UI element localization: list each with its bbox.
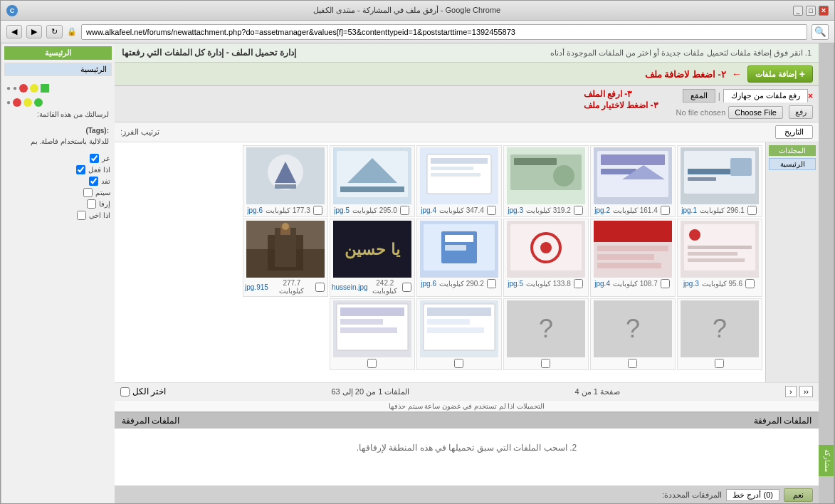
top-banner: 1. انقر فوق إضافة ملفات لتحميل ملفات جدي… [115, 43, 819, 63]
first-page-button[interactable]: ‹‹ [799, 386, 813, 397]
file-info: 95.6 كيلوبايت 3.jpg [679, 279, 760, 288]
option-checkbox-6[interactable] [77, 211, 86, 220]
filter-history-tab[interactable]: التاريخ [775, 125, 813, 139]
svg-rect-38 [597, 263, 661, 268]
file-cell: 295.0 كيلوبايت 5.jpg [330, 145, 415, 217]
file-select-checkbox[interactable] [628, 359, 637, 368]
sidebar-folder-header: الرئيسية [4, 46, 112, 60]
file-select-checkbox[interactable] [454, 359, 463, 368]
file-name-link[interactable]: 6.jpg [247, 206, 263, 214]
svg-text:يا حسين: يا حسين [345, 241, 400, 259]
file-name-link[interactable]: 5.jpg [334, 206, 350, 214]
close-upload-button[interactable]: × [808, 91, 813, 101]
file-select-checkbox[interactable] [541, 359, 550, 368]
yellow-icon-2 [23, 98, 32, 107]
svg-point-13 [553, 165, 574, 187]
svg-rect-59 [427, 319, 470, 325]
address-bar[interactable] [81, 24, 807, 40]
add-files-button[interactable]: + إضافة ملفات [747, 65, 813, 83]
file-select-checkbox[interactable] [487, 206, 496, 215]
file-name-link[interactable]: hussein.jpg [332, 283, 368, 291]
file-name-link[interactable]: 4.jpg [594, 280, 610, 288]
search-button[interactable]: 🔍 [812, 24, 829, 40]
file-select-checkbox[interactable] [661, 279, 670, 288]
file-select-checkbox[interactable] [402, 283, 411, 292]
choose-file-button[interactable]: Choose File [728, 106, 783, 119]
sidebar-folder-item[interactable]: الرئيسية [4, 63, 112, 76]
minimize-button[interactable]: _ [793, 6, 803, 16]
file-cell: 290.2 كيلوبايت 6.jpg [416, 219, 502, 297]
file-select-checkbox[interactable] [313, 206, 322, 215]
file-select-checkbox[interactable] [487, 279, 496, 288]
maximize-button[interactable]: □ [806, 6, 816, 16]
option-checkbox-2[interactable] [76, 165, 85, 174]
file-select-checkbox[interactable] [747, 206, 757, 215]
file-select-checkbox[interactable] [315, 283, 325, 292]
file-select-checkbox[interactable] [574, 279, 583, 288]
file-thumbnail: ? [681, 300, 759, 357]
svg-rect-63 [340, 308, 404, 316]
svg-rect-32 [688, 252, 737, 256]
file-info: 290.2 كيلوبايت 6.jpg [419, 279, 500, 288]
file-name-link[interactable]: 3.jpg [508, 206, 523, 214]
select-all-checkbox[interactable] [120, 387, 130, 397]
file-thumbnail: ? [594, 300, 672, 357]
upload-button[interactable]: رفع [789, 105, 813, 119]
back-button[interactable]: ◀ [6, 25, 22, 38]
attached-header-left: الملفات المرفقة [754, 416, 812, 426]
file-name-link[interactable]: 915.jpg [245, 283, 268, 291]
option-checkbox-3[interactable] [89, 177, 98, 186]
sidebar-section: ● ● ● لرسالتك من هذه القائمة: [4, 82, 112, 120]
file-info: 295.0 كيلوبايت 5.jpg [332, 206, 413, 215]
file-select-checkbox[interactable] [715, 359, 724, 368]
main-container: مشاركة 1. انقر فوق إضافة ملفات لتحميل مل… [1, 43, 834, 504]
upload-from-device-tab[interactable]: رفع ملفات من جهازك [723, 89, 808, 103]
ok-button[interactable]: نعم [784, 488, 813, 502]
left-sidebar: مشاركة [819, 43, 834, 504]
file-select-checkbox[interactable] [367, 359, 377, 368]
file-cell: 347.4 كيلوبايت 4.jpg [416, 145, 502, 217]
upload-section: × رفع ملفات من جهازك | المقع No file cho… [115, 86, 819, 122]
svg-rect-47 [445, 245, 466, 251]
file-name-link[interactable]: 2.jpg [594, 206, 610, 214]
file-cell: 161.4 كيلوبايت 2.jpg [590, 145, 676, 217]
url-tab[interactable]: المقع [683, 89, 715, 103]
file-thumbnail [420, 221, 498, 278]
file-name-link[interactable]: 6.jpg [421, 280, 436, 288]
files-row-3: ? ? [117, 298, 762, 370]
plus-icon: + [799, 68, 805, 80]
file-name-link[interactable]: 4.jpg [421, 206, 436, 214]
option-checkbox-5[interactable] [87, 199, 96, 209]
file-select-checkbox[interactable] [400, 206, 409, 215]
file-info: 277.7 كيلوبايت 915.jpg [245, 279, 326, 295]
file-info: 296.1 كيلوبايت 1.jpg [679, 206, 760, 215]
file-thumbnail [681, 147, 759, 204]
file-thumbnail [507, 147, 585, 204]
bottom-header: الملفات المرفقة الملفات المرفقة [115, 413, 819, 429]
file-select-checkbox[interactable] [745, 279, 755, 288]
sidebar-send-label: لرسالتك من هذه القائمة: [4, 109, 112, 120]
option-checkbox-4[interactable] [83, 188, 93, 197]
file-select-checkbox[interactable] [661, 206, 670, 215]
file-name-link[interactable]: 5.jpg [508, 280, 523, 288]
thumb-svg: يا حسين [333, 221, 411, 278]
option-checkbox-1[interactable] [90, 154, 99, 163]
option-label-6: اذا اخي [89, 211, 110, 219]
close-button[interactable]: ✕ [819, 6, 829, 16]
file-select-checkbox[interactable] [574, 206, 583, 215]
prev-page-button[interactable]: ‹ [785, 386, 797, 397]
page-info: صفحة 1 من 4 [574, 387, 619, 397]
green-icon [41, 84, 49, 93]
folder-item-main[interactable]: الرئيسية [769, 158, 816, 170]
svg-rect-64 [340, 319, 383, 325]
file-name-link[interactable]: 3.jpg [683, 280, 699, 288]
banner-title: إدارة تحميل الملف - إدارة كل الملفات الت… [122, 48, 296, 58]
file-thumbnail [246, 147, 325, 204]
share-sidebar-button[interactable]: مشاركة [819, 445, 834, 476]
refresh-button[interactable]: ↻ [46, 25, 63, 38]
forward-button[interactable]: ▶ [26, 25, 42, 38]
svg-rect-3 [688, 177, 716, 181]
file-name-link[interactable]: 1.jpg [681, 206, 697, 214]
thumb-svg [333, 147, 411, 204]
option-label-1: عر [102, 154, 110, 162]
